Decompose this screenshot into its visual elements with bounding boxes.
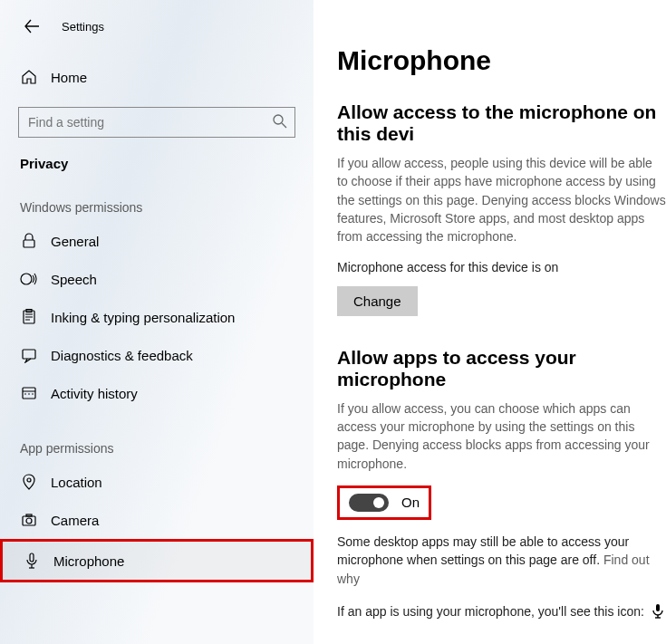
sidebar-item-label: General [51, 234, 99, 249]
search-icon [272, 113, 288, 130]
change-button[interactable]: Change [337, 286, 418, 316]
sidebar-item-diagnostics[interactable]: Diagnostics & feedback [0, 336, 314, 374]
highlight-toggle: On [337, 485, 431, 520]
section-body-device-access: If you allow access, people using this d… [337, 154, 666, 245]
svg-rect-8 [23, 350, 35, 359]
sidebar-item-camera[interactable]: Camera [0, 501, 314, 539]
svg-line-1 [282, 123, 286, 128]
svg-rect-18 [30, 553, 34, 562]
svg-point-16 [26, 518, 32, 524]
svg-rect-21 [656, 604, 660, 611]
toggle-label: On [401, 495, 420, 510]
sidebar-item-label: Inking & typing personalization [51, 310, 235, 325]
sidebar-item-inking[interactable]: Inking & typing personalization [0, 298, 314, 336]
category-label: Privacy [20, 156, 295, 171]
apps-access-toggle[interactable] [349, 494, 389, 512]
sidebar-item-label: Microphone [53, 553, 124, 569]
sidebar-item-activity[interactable]: Activity history [0, 374, 314, 412]
microphone-icon [652, 604, 664, 619]
speech-icon [20, 271, 38, 287]
section-windows-permissions: Windows permissions [20, 200, 295, 215]
microphone-icon [23, 553, 41, 569]
page-title: Microphone [337, 45, 666, 76]
svg-point-11 [24, 393, 26, 395]
sidebar-item-label: Camera [51, 513, 99, 528]
search-box [18, 107, 295, 138]
main-content: Microphone Allow access to the microphon… [314, 0, 666, 644]
svg-point-13 [32, 393, 34, 395]
svg-point-14 [27, 478, 31, 482]
sidebar-item-general[interactable]: General [0, 222, 314, 260]
window-title: Settings [62, 20, 104, 34]
location-icon [20, 474, 38, 490]
section-body-apps-access: If you allow access, you can choose whic… [337, 399, 666, 473]
svg-rect-17 [26, 514, 32, 516]
title-bar: Settings [0, 0, 314, 49]
sidebar-item-label: Speech [51, 272, 97, 287]
sidebar: Settings Home Privacy Windows permission… [0, 0, 314, 644]
sidebar-item-label: Diagnostics & feedback [51, 348, 193, 363]
svg-point-12 [28, 393, 30, 395]
sidebar-item-location[interactable]: Location [0, 463, 314, 501]
sidebar-item-label: Activity history [51, 386, 138, 401]
svg-rect-2 [24, 240, 34, 247]
search-input[interactable] [18, 107, 295, 138]
activity-icon [20, 385, 38, 401]
sidebar-item-speech[interactable]: Speech [0, 260, 314, 298]
desktop-apps-note: Some desktop apps may still be able to a… [337, 533, 666, 588]
in-use-indicator-text: If an app is using your microphone, you'… [337, 602, 666, 620]
back-button[interactable] [18, 13, 45, 40]
toggle-knob [373, 497, 384, 508]
lock-icon [20, 233, 38, 249]
section-heading-device-access: Allow access to the microphone on this d… [337, 101, 666, 145]
home-link[interactable]: Home [0, 60, 314, 94]
clipboard-icon [20, 309, 38, 325]
section-app-permissions: App permissions [20, 441, 295, 456]
svg-rect-9 [23, 388, 35, 399]
device-access-status: Microphone access for this device is on [337, 258, 666, 276]
sidebar-item-label: Location [51, 475, 102, 490]
feedback-icon [20, 347, 38, 363]
svg-point-0 [274, 115, 283, 124]
section-heading-apps-access: Allow apps to access your microphone [337, 347, 666, 390]
home-label: Home [51, 70, 87, 85]
arrow-left-icon [24, 18, 40, 34]
home-icon [20, 69, 38, 85]
sidebar-item-microphone[interactable]: Microphone [0, 539, 314, 582]
camera-icon [20, 512, 38, 528]
